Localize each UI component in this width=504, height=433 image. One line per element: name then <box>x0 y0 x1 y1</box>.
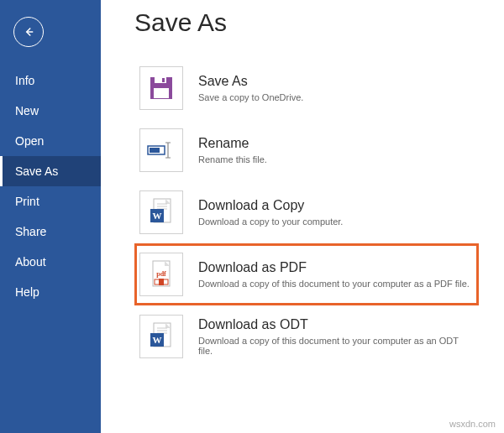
sidebar-item-new[interactable]: New <box>0 96 101 126</box>
sidebar-item-print[interactable]: Print <box>0 186 101 216</box>
odt-icon: W <box>139 315 183 358</box>
option-title: Rename <box>198 136 267 151</box>
sidebar: Info New Open Save As Print Share About … <box>0 0 101 433</box>
main-panel: Save As Save As Save a copy to OneDrive.… <box>101 0 504 433</box>
back-button[interactable] <box>13 17 44 47</box>
option-text: Download a Copy Download a copy to your … <box>198 198 343 227</box>
option-text: Save As Save a copy to OneDrive. <box>198 74 303 102</box>
watermark: wsxdn.com <box>449 419 496 429</box>
svg-text:W: W <box>153 335 162 345</box>
option-desc: Save a copy to OneDrive. <box>198 92 303 102</box>
svg-text:pdf: pdf <box>156 270 166 278</box>
sidebar-item-help[interactable]: Help <box>0 277 101 307</box>
word-doc-icon: W <box>139 190 183 234</box>
option-text: Download as PDF Download a copy of this … <box>198 260 470 289</box>
option-rename[interactable]: Rename Rename this file. <box>134 119 479 181</box>
arrow-left-icon <box>21 24 36 39</box>
rename-icon <box>139 128 183 172</box>
svg-rect-2 <box>162 78 165 82</box>
svg-rect-3 <box>154 88 169 98</box>
option-download-pdf[interactable]: pdf Download as PDF Download a copy of t… <box>134 243 479 305</box>
page-title: Save As <box>134 8 479 37</box>
sidebar-item-save-as[interactable]: Save As <box>0 156 101 186</box>
option-desc: Download a copy of this document to your… <box>198 336 474 356</box>
option-download-odt[interactable]: W Download as ODT Download a copy of thi… <box>134 305 479 368</box>
svg-rect-15 <box>159 279 164 285</box>
option-desc: Download a copy to your computer. <box>198 216 343 227</box>
sidebar-item-info[interactable]: Info <box>0 65 101 96</box>
option-title: Save As <box>198 74 303 89</box>
option-download-copy[interactable]: W Download a Copy Download a copy to you… <box>134 181 479 243</box>
svg-text:W: W <box>153 211 162 221</box>
option-save-as[interactable]: Save As Save a copy to OneDrive. <box>134 57 479 119</box>
sidebar-item-share[interactable]: Share <box>0 216 101 247</box>
sidebar-item-about[interactable]: About <box>0 247 101 277</box>
option-title: Download as ODT <box>198 317 474 332</box>
option-desc: Rename this file. <box>198 154 267 164</box>
option-text: Download as ODT Download a copy of this … <box>198 317 474 356</box>
option-desc: Download a copy of this document to your… <box>198 279 470 289</box>
svg-rect-5 <box>150 148 160 153</box>
pdf-icon: pdf <box>139 253 183 296</box>
option-title: Download a Copy <box>198 198 343 213</box>
sidebar-item-open[interactable]: Open <box>0 126 101 156</box>
option-text: Rename Rename this file. <box>198 136 267 164</box>
option-title: Download as PDF <box>198 260 470 275</box>
floppy-icon <box>139 66 183 110</box>
